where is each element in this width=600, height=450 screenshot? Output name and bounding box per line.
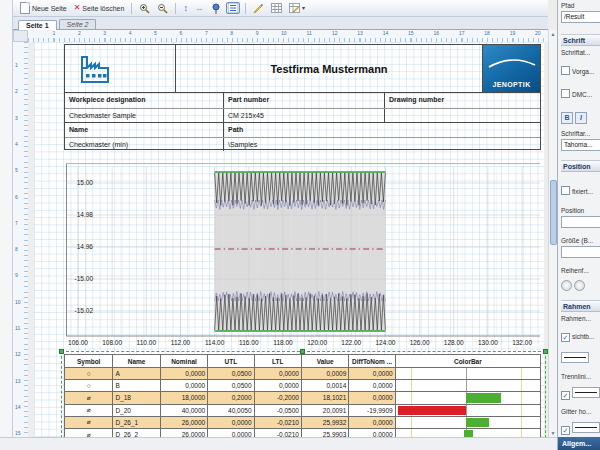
svg-text:15.00: 15.00 (77, 179, 94, 186)
path-label: Path (224, 123, 540, 137)
hruler-number: 10 (281, 30, 287, 36)
results-row-D_26_1[interactable]: ⌀D_26_126,00000,0000-0,021025,99320,0000 (65, 416, 541, 428)
difftonom-cell: 0,0000 (349, 392, 395, 404)
hruler-number: 8 (230, 30, 233, 36)
results-row-B[interactable]: ○B0,00000,05000,00000,00140,0000 (65, 380, 541, 392)
vruler-number: 10 (15, 299, 21, 305)
table-button[interactable] (269, 2, 284, 14)
position-input[interactable] (561, 216, 600, 228)
canvas-vertical-scrollbar[interactable]: ▲ ▼ (548, 30, 557, 437)
results-row-A[interactable]: ○A0,00000,05000,00000,00090,0000 (65, 368, 541, 380)
deviation-bar (466, 418, 489, 427)
page-tab-bar: Seite 1 Seite 2 (13, 17, 548, 30)
vruler-number: 12 (15, 351, 21, 357)
toolbar-separator (245, 3, 246, 14)
edit-pencil-icon (253, 3, 264, 14)
italic-button[interactable]: I (575, 112, 587, 124)
report-header-frame[interactable]: Testfirma Mustermann JENOPTIK (64, 44, 541, 93)
section-rahmen[interactable]: Rahmen (561, 300, 600, 312)
table-icon (271, 3, 282, 13)
ltl-cell: -0,2000 (254, 392, 301, 404)
hruler-number: 18 (484, 30, 490, 36)
zoom-in-button[interactable] (137, 2, 152, 15)
hruler-number: 15 (408, 30, 414, 36)
utl-cell: 40,0050 (208, 404, 254, 416)
rahmen-sichtbar-label: sichtb... (572, 333, 594, 340)
scroll-up-icon[interactable]: ▲ (549, 31, 557, 37)
results-table-frame[interactable]: Symbol Name Nominal UTL LTL Value DiffTo… (64, 354, 541, 444)
pin-icon (211, 3, 221, 14)
results-table: Symbol Name Nominal UTL LTL Value DiffTo… (64, 354, 541, 441)
vorgabe-checkbox[interactable] (561, 66, 570, 75)
dmc-checkbox[interactable] (561, 89, 570, 98)
col-difftonom: DiffToNom ... (349, 355, 395, 368)
nominal-cell: 0,0000 (160, 368, 207, 380)
section-position[interactable]: Position (561, 160, 600, 172)
allgemein-tab[interactable]: Allgem... (558, 437, 600, 450)
hruler-number: 14 (383, 30, 389, 36)
trennlinie-checkbox[interactable] (561, 391, 570, 400)
nominal-cell: 18,0000 (160, 392, 207, 404)
edit-pencil-button[interactable] (251, 2, 266, 15)
hruler-number: 2 (78, 30, 81, 36)
workpiece-info-table[interactable]: Workpiece designation Part number Drawin… (64, 92, 541, 150)
gitter-horizontal-label: Gitter ho... (561, 408, 600, 415)
gitter-horizontal-linestyle-select[interactable] (572, 422, 600, 433)
tab-seite-2[interactable]: Seite 2 (59, 19, 97, 29)
colorbar-cell (395, 392, 540, 404)
profile-chart[interactable]: 15.0014.9814.96-15.00-15.02106.00108.001… (66, 163, 540, 349)
results-row-D_20[interactable]: ⌀D_2040,000040,0050-0,050020,0091-19,990… (65, 404, 541, 416)
svg-text:106.00: 106.00 (68, 339, 88, 346)
col-nominal: Nominal (160, 355, 207, 368)
fixiert-label: fixiert... (572, 188, 593, 195)
toolbar-separator (175, 3, 176, 14)
hruler-number: 7 (205, 30, 208, 36)
scrollbar-thumb[interactable] (550, 180, 557, 245)
scroll-down-icon[interactable]: ▼ (549, 430, 557, 436)
ruler-vertical[interactable]: 123456789101112131415 (13, 42, 29, 437)
warn-limit-line (411, 417, 412, 428)
pfad-value[interactable]: /Result (561, 11, 600, 23)
order-back-icon[interactable] (574, 280, 585, 291)
svg-text:120.00: 120.00 (307, 339, 327, 346)
drawing-number-label: Drawing number (385, 93, 540, 108)
fixiert-checkbox[interactable] (561, 186, 570, 195)
zoom-out-button[interactable] (155, 2, 170, 15)
tab-seite-1[interactable]: Seite 1 (18, 20, 57, 30)
font-select[interactable]: Tahoma... (561, 139, 600, 151)
name-cell: B (113, 380, 160, 392)
difftonom-cell: 0,0000 (349, 416, 395, 428)
gitter-horizontal-checkbox[interactable] (561, 426, 570, 435)
hruler-number: 16 (434, 30, 440, 36)
difftonom-cell: 0,0000 (349, 368, 395, 380)
warn-limit-line (411, 380, 412, 391)
pin-button[interactable] (209, 2, 223, 15)
rahmen-sichtbar-checkbox[interactable] (561, 333, 570, 342)
utl-cell: 0,0500 (208, 380, 254, 392)
delete-page-button[interactable]: ✕ Seite löschen (72, 3, 127, 13)
groesse-input[interactable] (561, 246, 600, 258)
list-view-button[interactable] (226, 2, 240, 14)
rahmen-linestyle-select[interactable] (561, 352, 589, 363)
vruler-number: 2 (15, 88, 18, 94)
warn-limit-line (521, 380, 522, 391)
hruler-number: 1 (53, 30, 56, 36)
svg-text:14.96: 14.96 (77, 243, 94, 250)
deviation-bar (466, 393, 501, 402)
section-schrift[interactable]: Schrift (561, 34, 600, 46)
value-cell: 18,1021 (301, 392, 348, 404)
bold-button[interactable]: B (561, 112, 573, 124)
results-row-D_18[interactable]: ⌀D_1818,00000,2000-0,200018,10210,0000 (65, 392, 541, 404)
new-page-button[interactable]: Neue Seite (18, 1, 69, 15)
trennlinie-linestyle-select[interactable] (572, 387, 600, 398)
left-panel-splitter[interactable] (0, 0, 13, 437)
groesse-label: Größe (B... (561, 237, 600, 244)
order-front-icon[interactable] (561, 280, 572, 291)
vruler-number: 14 (15, 404, 21, 410)
warn-limit-line (521, 368, 522, 379)
hruler-number: 20 (535, 30, 541, 36)
table-edit-button[interactable]: ▾ (287, 2, 307, 14)
warn-limit-line (521, 405, 522, 416)
fit-height-button[interactable]: ↕ (181, 3, 190, 14)
fit-width-button[interactable]: ↔ (193, 3, 206, 14)
